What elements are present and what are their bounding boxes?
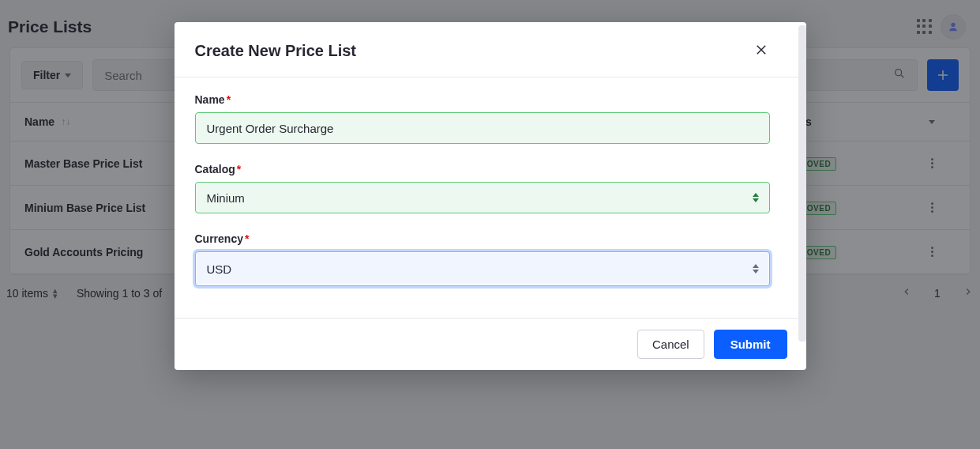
cancel-button[interactable]: Cancel	[637, 330, 704, 359]
close-button[interactable]	[751, 40, 772, 62]
name-label: Name*	[195, 93, 770, 106]
submit-button[interactable]: Submit	[714, 330, 787, 359]
currency-label: Currency*	[195, 232, 770, 245]
modal-overlay: Create New Price List Name* Catalog* Min…	[0, 0, 980, 449]
catalog-label: Catalog*	[195, 163, 770, 175]
select-caret-icon	[753, 193, 759, 202]
currency-select[interactable]: USD	[195, 251, 770, 286]
close-icon	[754, 43, 768, 57]
select-caret-icon	[753, 264, 759, 274]
catalog-select[interactable]: Minium	[195, 182, 770, 213]
scrollbar[interactable]	[798, 25, 806, 341]
create-price-list-modal: Create New Price List Name* Catalog* Min…	[175, 22, 806, 370]
name-input[interactable]	[195, 112, 770, 144]
catalog-value: Minium	[207, 191, 245, 205]
currency-value: USD	[207, 262, 232, 276]
modal-title: Create New Price List	[195, 42, 357, 60]
